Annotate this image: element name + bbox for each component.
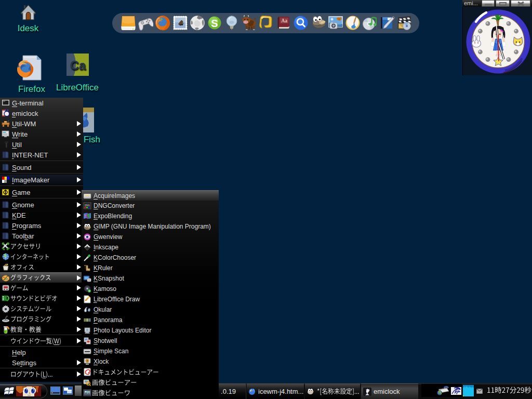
svg-text:S: S: [211, 18, 218, 29]
svg-text:Aa: Aa: [281, 18, 287, 23]
svg-text:Ca: Ca: [70, 58, 86, 72]
svg-text:DNG: DNG: [85, 204, 90, 207]
